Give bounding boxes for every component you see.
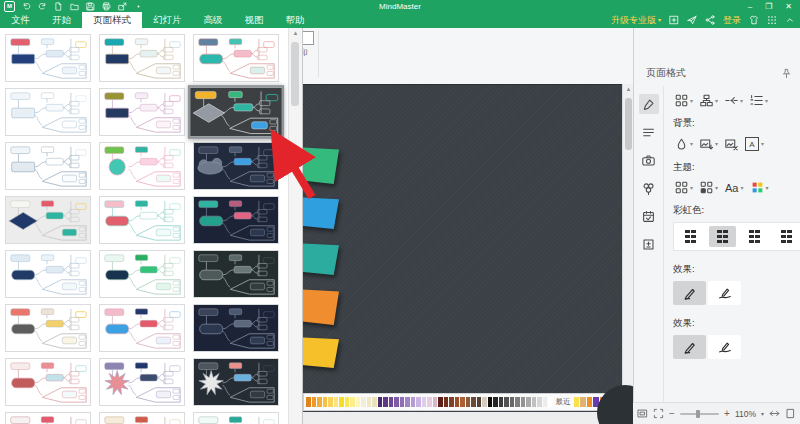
theme-thumbnail[interactable] [5,304,91,352]
theme-thumbnail[interactable] [5,142,91,190]
login-button[interactable]: 登录 [723,14,741,27]
recent-color-swatch[interactable] [574,397,580,407]
color-swatch[interactable] [372,397,377,407]
fullscreen-view-icon[interactable] [653,408,664,419]
upgrade-pro-button[interactable]: 升级专业版 ▾ [611,14,661,27]
new-document-icon[interactable] [54,2,63,11]
connector-style-button[interactable]: ▾ [723,92,745,109]
color-swatch[interactable] [488,397,493,407]
theme-thumbnail[interactable] [99,358,185,406]
color-swatch[interactable] [444,397,449,407]
scrollbar-thumb[interactable] [291,42,299,106]
zoom-level[interactable]: 110% [735,409,756,419]
menu-tab-3[interactable]: 页面样式 [82,12,142,28]
color-swatch[interactable] [466,397,471,407]
redo-icon[interactable] [38,2,47,11]
menu-tab-2[interactable]: 开始 [41,12,82,28]
menu-tab-4[interactable]: 幻灯片 [142,12,193,28]
theme-thumbnail[interactable] [99,88,185,136]
gallery-scrollbar[interactable]: ▲ [288,28,302,424]
menu-tab-6[interactable]: 视图 [234,12,275,28]
color-swatch[interactable] [521,397,526,407]
color-swatch[interactable] [449,397,454,407]
hand-drawn-effect-option-2[interactable] [708,281,741,305]
color-swatch[interactable] [427,397,432,407]
close-button[interactable]: ✕ [785,2,792,11]
color-swatch[interactable] [548,397,553,407]
zoom-slider[interactable] [680,413,719,415]
theme-gallery-button[interactable]: ▾ [673,179,695,196]
recent-color-swatch[interactable] [587,397,593,407]
color-swatch[interactable] [460,397,465,407]
theme-thumbnail[interactable] [99,412,185,424]
rainbow-option-1[interactable] [677,226,704,247]
open-file-icon[interactable] [70,2,79,11]
fit-page-icon[interactable] [637,408,648,419]
color-swatch[interactable] [537,397,542,407]
color-swatch[interactable] [493,397,498,407]
pen-effect-option-2[interactable] [708,335,741,359]
theme-thumbnail[interactable] [99,142,185,190]
color-swatch[interactable] [504,397,509,407]
color-swatch[interactable] [383,397,388,407]
remove-background-button[interactable] [723,136,740,153]
pan-mode-icon[interactable] [769,408,780,419]
theme-palette-button[interactable]: ▾ [749,179,771,196]
background-fill-button[interactable]: ▾ [673,136,695,153]
color-swatch[interactable] [339,397,344,407]
color-swatch[interactable] [356,397,361,407]
menu-tab-7[interactable]: 帮助 [275,12,316,28]
color-swatch[interactable] [361,397,366,407]
color-swatch[interactable] [510,397,515,407]
color-swatch[interactable] [416,397,421,407]
outline-tab[interactable] [639,122,659,142]
send-icon[interactable] [687,15,697,25]
undo-icon[interactable] [22,2,31,11]
color-swatch[interactable] [312,397,317,407]
color-swatch[interactable] [532,397,537,407]
theme-thumbnail[interactable] [5,250,91,298]
pin-icon[interactable] [781,68,792,79]
theme-thumbnail[interactable] [99,250,185,298]
print-icon[interactable] [102,2,111,11]
color-swatch[interactable] [405,397,410,407]
theme-shirt-icon[interactable] [749,15,759,25]
format-brush-tab[interactable] [639,94,659,114]
color-swatch[interactable] [477,397,482,407]
numbering-button[interactable]: ▾ [748,92,770,109]
theme-thumbnail[interactable] [193,34,279,82]
color-swatch[interactable] [394,397,399,407]
collapse-ribbon-icon[interactable] [785,15,795,25]
color-swatch[interactable] [389,397,394,407]
theme-thumbnail[interactable] [193,358,279,406]
rainbow-option-4[interactable] [773,226,800,247]
recent-color-swatch[interactable] [580,397,586,407]
color-swatch[interactable] [499,397,504,407]
task-tab[interactable] [639,206,659,226]
theme-thumbnail[interactable] [5,196,91,244]
zoom-in-button[interactable]: + [724,409,730,419]
rainbow-option-2[interactable] [709,226,736,247]
theme-thumbnail[interactable] [5,88,91,136]
minimize-button[interactable]: – [748,2,752,11]
zoom-caret-icon[interactable]: ▾ [761,411,764,417]
structure-button[interactable]: ▾ [698,92,720,109]
watermark-button[interactable]: A▾ [743,135,766,153]
page-view-icon[interactable] [785,408,796,419]
color-swatch[interactable] [323,397,328,407]
document-canvas[interactable] [303,84,622,413]
color-swatch[interactable] [471,397,476,407]
theme-thumbnail[interactable] [99,34,185,82]
color-swatch[interactable] [411,397,416,407]
background-image-button[interactable]: ▾ [698,136,720,153]
zoom-slider-knob[interactable] [696,410,700,418]
layout-style-button[interactable]: ▾ [673,92,695,109]
export-icon[interactable] [118,2,127,11]
color-swatch[interactable] [328,397,333,407]
color-swatch[interactable] [482,397,487,407]
color-swatch[interactable] [334,397,339,407]
more-icon[interactable] [134,2,143,11]
theme-thumbnail[interactable] [193,304,279,352]
theme-thumbnail[interactable] [193,142,279,190]
theme-thumbnail[interactable] [5,412,91,424]
